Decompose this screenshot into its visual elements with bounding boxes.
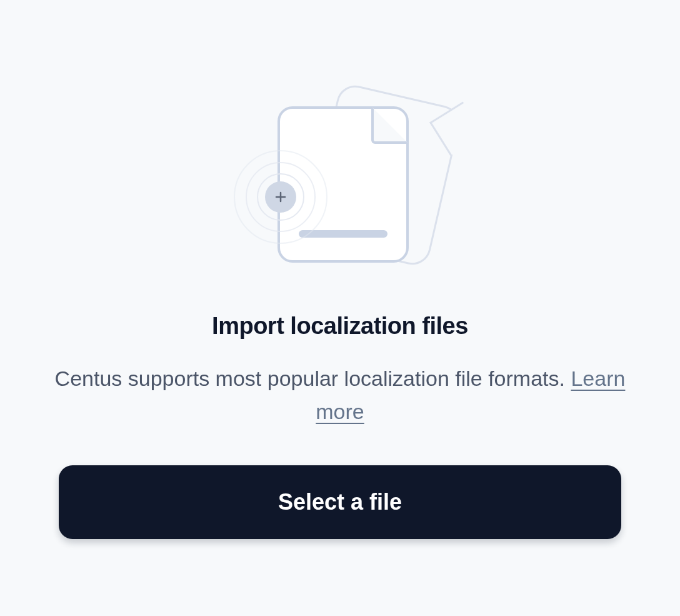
import-description-text: Centus supports most popular localizatio… xyxy=(55,366,571,390)
import-description: Centus supports most popular localizatio… xyxy=(52,362,628,428)
plus-rings-icon xyxy=(234,150,328,244)
plus-icon xyxy=(265,181,296,213)
import-illustration xyxy=(228,88,452,275)
import-heading: Import localization files xyxy=(212,313,468,340)
select-file-button[interactable]: Select a file xyxy=(59,465,621,539)
